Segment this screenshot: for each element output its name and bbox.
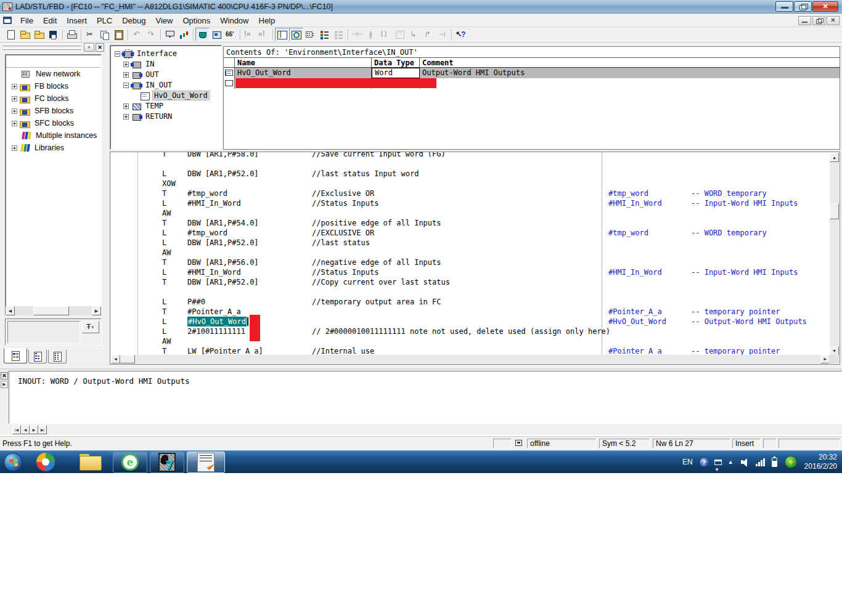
language-indicator[interactable]: EN — [682, 458, 693, 466]
volume-icon[interactable] — [741, 458, 750, 466]
child-restore-button[interactable] — [812, 16, 825, 25]
expand-box[interactable] — [123, 114, 129, 120]
monitor-values-button[interactable] — [177, 28, 191, 41]
tab-prev-button[interactable]: ◀ — [21, 425, 30, 434]
code-line[interactable]: LDBW [AR1,P#52.0]//last status — [110, 238, 597, 248]
lad-editor-taskbar-button[interactable] — [187, 452, 225, 473]
simatic-manager-taskbar-button[interactable] — [150, 452, 184, 473]
menu-insert[interactable]: Insert — [62, 15, 92, 26]
code-line[interactable] — [110, 159, 597, 169]
cell-comment[interactable]: Output-Word HMI Outputs — [420, 68, 840, 78]
navigator-item-sfc-blocks[interactable]: SFC blocks — [6, 117, 100, 129]
download-button[interactable] — [163, 28, 177, 41]
contents-row[interactable]: HvO_Out_WordWordOutput-Word HMI Outputs — [224, 68, 840, 78]
navigator-item-libraries[interactable]: Libraries — [6, 142, 100, 154]
paste-button[interactable] — [112, 28, 126, 41]
expand-box[interactable] — [12, 84, 17, 89]
tray-expand-icon[interactable]: ▲ — [728, 459, 734, 465]
close-button[interactable] — [812, 1, 838, 12]
rebar-grip[interactable] — [2, 44, 81, 46]
start-button[interactable] — [4, 453, 23, 472]
editor-vscrollbar[interactable]: ▲ ▼ — [830, 153, 839, 355]
taskbar-clock[interactable]: 20:32 2016/2/20 — [804, 453, 837, 471]
code-line[interactable]: TDBW [AR1,P#54.0]//positive edge of all … — [110, 218, 597, 228]
code-line[interactable]: AW — [110, 248, 597, 257]
mdi-child-icon[interactable] — [3, 17, 12, 24]
column-header-name[interactable]: Name — [235, 58, 372, 67]
code-line[interactable]: XOW — [110, 179, 597, 188]
menu-debug[interactable]: Debug — [117, 15, 150, 26]
code-line[interactable]: L#HvO_Out_Word — [110, 317, 597, 326]
code-line[interactable]: L#HMI_In_Word//Status Inputs — [110, 267, 597, 277]
navigator-item-fb-blocks[interactable]: FB blocks — [6, 80, 100, 92]
interface-node-in[interactable]: IN — [111, 59, 221, 69]
print-button[interactable] — [65, 28, 79, 41]
copy-button[interactable] — [97, 28, 112, 41]
menu-edit[interactable]: Edit — [38, 15, 62, 26]
360-safe-taskbar-icon[interactable] — [36, 453, 55, 471]
tab-assignment[interactable] — [48, 350, 67, 363]
interface-node-out[interactable]: OUT — [111, 70, 221, 79]
save-button[interactable] — [46, 28, 60, 41]
menu-help[interactable]: Help — [254, 15, 280, 26]
expand-box[interactable] — [12, 96, 17, 102]
code-line[interactable]: LP##0//temporary output area in FC — [110, 297, 597, 307]
cell-data-type[interactable]: Word — [372, 68, 420, 78]
interface-node-return[interactable]: RETURN — [111, 111, 221, 121]
cell-name[interactable]: HvO_Out_Word — [235, 68, 372, 78]
navigator-item-sfb-blocks[interactable]: SFB blocks — [6, 105, 100, 117]
minimize-button[interactable] — [775, 1, 793, 12]
navigator-item-multiple-instances[interactable]: Multiple instances — [6, 129, 100, 142]
declaration-toggle-button[interactable]: Ŧ‹ — [82, 321, 99, 333]
explorer-taskbar-icon[interactable] — [80, 454, 100, 470]
cell-comment[interactable] — [420, 78, 840, 89]
scrollbar-thumb[interactable] — [33, 306, 69, 315]
scroll-up-arrow[interactable]: ▲ — [830, 153, 839, 162]
contents-row[interactable] — [224, 78, 840, 89]
360-shield-tray-icon[interactable]: + — [785, 456, 797, 468]
cut-button[interactable] — [83, 28, 97, 41]
menu-file[interactable]: File — [15, 15, 38, 26]
scrollbar-thumb[interactable] — [830, 203, 839, 219]
new-network-button[interactable] — [303, 28, 317, 41]
tab-last-button[interactable]: ▶| — [38, 425, 47, 434]
code-line[interactable]: AW — [110, 208, 597, 218]
help-tray-icon[interactable]: ? — [699, 457, 709, 468]
code-line[interactable]: AW — [110, 336, 597, 346]
open-online-button[interactable] — [32, 28, 46, 41]
symbol-info-button[interactable] — [195, 28, 210, 41]
interface-node-interface[interactable]: Interface — [111, 49, 221, 59]
open-button[interactable] — [18, 28, 32, 41]
code-line[interactable]: TDBW [AR1,P#58.0]//Save current Input wo… — [110, 152, 597, 159]
output-close-button[interactable]: ✕ — [1, 372, 8, 379]
menu-options[interactable]: Options — [178, 15, 215, 26]
expand-box[interactable] — [123, 62, 129, 67]
expand-box[interactable] — [12, 145, 17, 151]
battery-icon[interactable] — [772, 458, 777, 467]
menu-window[interactable]: Window — [215, 15, 253, 26]
navigator-dropdown-button[interactable]: ▾ — [84, 43, 94, 52]
expand-box[interactable] — [123, 103, 129, 109]
child-minimize-button[interactable] — [798, 16, 811, 25]
rebar-grip[interactable] — [2, 48, 81, 50]
expand-box[interactable] — [123, 72, 129, 78]
code-line[interactable]: T#Pointer_A_a — [110, 307, 597, 317]
navigator-item-fc-blocks[interactable]: FC blocks — [6, 92, 100, 105]
restore-button[interactable] — [794, 1, 812, 12]
browser-taskbar-button[interactable]: e — [113, 452, 147, 473]
interface-node-temp[interactable]: TEMP — [111, 101, 221, 111]
code-line[interactable]: T#tmp_word//Exclusive OR — [110, 188, 597, 198]
overview-window-button[interactable] — [275, 28, 289, 41]
window-tray-icon[interactable] — [714, 460, 722, 465]
monitor-glasses-button[interactable] — [224, 28, 238, 41]
expand-box[interactable] — [12, 121, 17, 126]
scroll-down-arrow[interactable]: ▼ — [830, 346, 839, 355]
menu-view[interactable]: View — [150, 15, 178, 26]
tab-first-button[interactable]: |◀ — [12, 425, 21, 434]
expand-box[interactable] — [12, 108, 17, 114]
expand-box[interactable] — [115, 51, 120, 57]
code-line[interactable]: TDBW [AR1,P#56.0]//negative edge of all … — [110, 257, 597, 267]
child-close-button[interactable] — [827, 16, 840, 25]
code-line[interactable]: TDBW [AR1,P#52.0]//Copy current over las… — [110, 277, 597, 287]
code-line[interactable]: L#HMI_In_Word//Status Inputs — [110, 198, 597, 208]
